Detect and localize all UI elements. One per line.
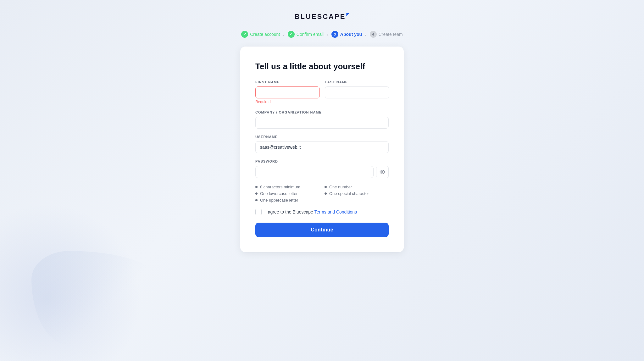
password-group: PASSWORD [255, 159, 389, 178]
step-icon-create-account: ✓ [241, 31, 248, 38]
last-name-group: LAST NAME [325, 80, 389, 104]
step-confirm-email: ✓ Confirm email [288, 31, 324, 38]
step-label-about-you: About you [340, 32, 362, 37]
hint-8-chars: 8 characters minimum [255, 185, 319, 189]
terms-text: I agree to the Bluescape Terms and Condi… [265, 209, 357, 214]
hint-dot-icon [325, 186, 327, 188]
step-label-confirm-email: Confirm email [297, 32, 324, 37]
hint-lowercase: One lowercase letter [255, 191, 319, 196]
logo-text: BLUESCAPE [295, 13, 350, 20]
continue-button[interactable]: Continue [255, 223, 389, 237]
password-wrapper [255, 166, 389, 178]
company-input[interactable] [255, 117, 389, 129]
first-name-input[interactable] [255, 86, 320, 98]
svg-point-0 [382, 171, 383, 173]
hint-dot-icon [255, 186, 258, 188]
step-icon-confirm-email: ✓ [288, 31, 295, 38]
last-name-label: LAST NAME [325, 80, 389, 84]
logo-container: BLUESCAPE [295, 13, 350, 21]
hint-text-lowercase: One lowercase letter [260, 191, 297, 196]
terms-link[interactable]: Terms and Conditions [314, 209, 357, 214]
form-title: Tell us a little about yourself [255, 62, 389, 71]
hint-dot-icon [255, 192, 258, 195]
last-name-input[interactable] [325, 86, 389, 98]
password-input[interactable] [255, 166, 374, 178]
step-label-create-team: Create team [379, 32, 403, 37]
step-create-team: 4 Create team [370, 31, 403, 38]
first-name-group: FIRST NAME Required [255, 80, 320, 104]
company-group: COMPANY / ORGANIZATION NAME [255, 110, 389, 129]
hint-dot-icon [255, 199, 258, 201]
username-group: USERNAME [255, 135, 389, 153]
first-name-label: FIRST NAME [255, 80, 320, 84]
step-create-account: ✓ Create account [241, 31, 280, 38]
toggle-password-button[interactable] [376, 166, 389, 178]
username-label: USERNAME [255, 135, 389, 139]
hint-special-char: One special character [325, 191, 389, 196]
hint-uppercase: One uppercase letter [255, 198, 319, 203]
company-label: COMPANY / ORGANIZATION NAME [255, 110, 389, 114]
first-name-error: Required [255, 100, 320, 104]
eye-icon [380, 169, 385, 175]
step-icon-about-you: 3 [331, 31, 338, 38]
terms-checkbox[interactable] [255, 209, 262, 215]
step-about-you: 3 About you [331, 31, 362, 38]
step-label-create-account: Create account [250, 32, 280, 37]
username-input[interactable] [255, 141, 389, 153]
chevron-icon-2: › [327, 32, 328, 37]
hint-dot-icon [325, 192, 327, 195]
chevron-icon-1: › [283, 32, 285, 37]
hint-one-number: One number [325, 185, 389, 189]
terms-row: I agree to the Bluescape Terms and Condi… [255, 209, 389, 215]
hint-text-one-number: One number [329, 185, 352, 189]
password-label: PASSWORD [255, 159, 389, 163]
stepper: ✓ Create account › ✓ Confirm email › 3 A… [241, 31, 403, 38]
chevron-icon-3: › [365, 32, 367, 37]
password-hints: 8 characters minimum One number One lowe… [255, 185, 389, 203]
form-card: Tell us a little about yourself FIRST NA… [240, 47, 404, 252]
hint-text-8-chars: 8 characters minimum [260, 185, 300, 189]
hint-text-uppercase: One uppercase letter [260, 198, 298, 203]
logo-accent-icon [346, 13, 349, 16]
name-row: FIRST NAME Required LAST NAME [255, 80, 389, 110]
step-icon-create-team: 4 [370, 31, 377, 38]
hint-text-special-char: One special character [329, 191, 369, 196]
